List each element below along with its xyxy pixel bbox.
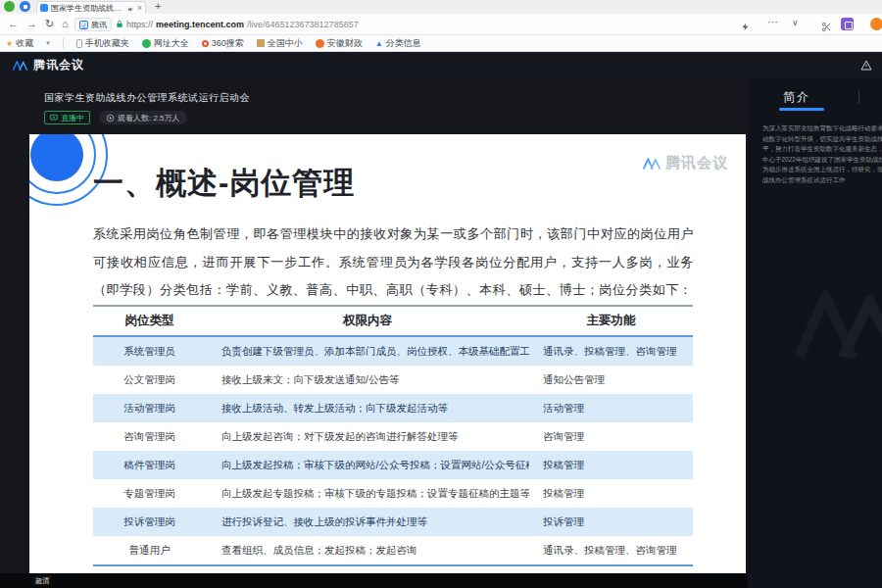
table-row: 咨询管理岗向上级发起咨询；对下级发起的咨询进行解答处理等咨询管理 bbox=[93, 422, 693, 451]
cell-position-type: 咨询管理岗 bbox=[93, 430, 206, 444]
live-status-badge: 直播中 bbox=[44, 111, 90, 124]
browser-shield-icon[interactable] bbox=[20, 1, 30, 12]
cell-permissions: 向上级发起咨询；对下级发起的咨询进行解答处理等 bbox=[206, 430, 529, 444]
video-quality-badge: 超清 bbox=[32, 575, 52, 586]
bookmark-item[interactable]: 网址大全 bbox=[142, 37, 189, 50]
bookmark-label: 分类信息 bbox=[386, 37, 421, 50]
ring-red-icon bbox=[202, 40, 209, 47]
table-row: 投诉管理岗进行投诉登记、接收上级的投诉事件并处理等投诉管理 bbox=[93, 508, 693, 536]
gov-orange-icon bbox=[316, 39, 324, 48]
screen: 国家学生资助战线办公管... × + ← → ↻ ⌂ 证 腾讯 https://… bbox=[0, 0, 882, 588]
tab-favicon-icon bbox=[40, 4, 48, 12]
slide-watermark: 腾讯会议 bbox=[642, 154, 728, 172]
bookmark-item[interactable]: 360搜索 bbox=[202, 37, 244, 50]
home-button[interactable]: ⌂ bbox=[62, 18, 69, 30]
lightning-icon[interactable] bbox=[741, 19, 750, 36]
slide-title: 一、概述-岗位管理 bbox=[93, 164, 355, 203]
url-scheme: https:// bbox=[126, 20, 153, 29]
active-tab-underline bbox=[779, 108, 824, 111]
cell-main-functions: 活动管理 bbox=[529, 402, 693, 416]
meeting-title: 国家学生资助战线办公管理系统试运行启动会 bbox=[44, 91, 250, 105]
cell-main-functions: 通讯录、投稿管理、咨询管理 bbox=[529, 345, 693, 359]
viewers-count: 观看人数: 2.5万人 bbox=[118, 113, 180, 123]
site-badge-label: 腾讯 bbox=[91, 20, 107, 30]
tab-close-icon[interactable]: × bbox=[137, 4, 142, 13]
cell-permissions: 负责创建下级管理员、添加本部门成员、岗位授权、本级基础配置工作等 bbox=[206, 345, 529, 359]
bookmark-item[interactable]: ★收藏 bbox=[6, 37, 33, 50]
tab-intro[interactable]: 简介 bbox=[783, 89, 810, 106]
forward-button[interactable]: → bbox=[26, 18, 37, 30]
meeting-badges: 直播中 观看人数: 2.5万人 bbox=[44, 111, 187, 124]
bookmark-item[interactable]: ▲分类信息 bbox=[375, 37, 421, 50]
browser-logo-icon[interactable] bbox=[4, 1, 15, 12]
brand-name: 腾讯会议 bbox=[33, 57, 84, 74]
play-circle-icon bbox=[106, 114, 115, 122]
cell-main-functions: 通讯录、投稿管理、咨询管理 bbox=[529, 544, 693, 558]
cell-main-functions: 咨询管理 bbox=[529, 430, 693, 444]
warning-icon[interactable] bbox=[860, 57, 872, 74]
browser-toolbar: ← → ↻ ⌂ 证 腾讯 https://meeting.tencent.com… bbox=[0, 14, 882, 35]
triangle-blue-icon: ▲ bbox=[375, 39, 383, 48]
extension-orange-icon[interactable] bbox=[870, 18, 882, 30]
browser-tab-strip: 国家学生资助战线办公管... × + bbox=[0, 0, 882, 14]
reload-button[interactable]: ↻ bbox=[45, 18, 54, 30]
star-icon: ★ bbox=[6, 39, 13, 48]
url-path: /live/6465123673812785857 bbox=[247, 20, 359, 29]
cell-main-functions: 投稿管理 bbox=[529, 487, 693, 501]
live-video-slide[interactable]: 腾讯会议 一、概述-岗位管理 系统采用岗位角色制管理，即各管理模块中的接收对象为… bbox=[29, 134, 746, 573]
cell-position-type: 专题管理岗 bbox=[93, 487, 206, 501]
bookmarks-caret-icon[interactable]: ▾ bbox=[46, 39, 50, 47]
new-tab-button[interactable]: + bbox=[155, 0, 161, 12]
live-label: 直播中 bbox=[61, 113, 84, 123]
lock-icon bbox=[116, 20, 123, 30]
bookmark-item[interactable]: 安徽财政 bbox=[316, 37, 363, 50]
scissors-icon[interactable] bbox=[821, 19, 832, 36]
live-icon bbox=[50, 114, 58, 122]
site-verification-badge[interactable]: 证 腾讯 bbox=[74, 18, 112, 31]
doc-gray-icon bbox=[257, 39, 265, 47]
bookmark-label: 安徽财政 bbox=[327, 37, 363, 50]
table-row: 公文管理岗接收上级来文；向下级发送通知/公告等通知公告管理 bbox=[93, 366, 693, 394]
tencent-meeting-logo[interactable]: 腾讯会议 bbox=[12, 57, 84, 74]
viewers-badge: 观看人数: 2.5万人 bbox=[99, 111, 187, 124]
intro-line: 为深入落实部党组教育数字化战略行动要求， bbox=[762, 123, 882, 134]
url-domain: meeting.tencent.com bbox=[156, 20, 244, 29]
table-header-type: 岗位类型 bbox=[93, 313, 206, 329]
table-header-row: 岗位类型 权限内容 主要功能 bbox=[93, 307, 693, 337]
cell-position-type: 普通用户 bbox=[93, 544, 206, 558]
cell-permissions: 接收上级活动、转发上级活动；向下级发起活动等 bbox=[206, 402, 529, 416]
extension-purple-icon[interactable] bbox=[841, 18, 854, 30]
toolbar-dropdown-icon[interactable]: ∨ bbox=[792, 18, 799, 27]
table-row: 系统管理员负责创建下级管理员、添加本部门成员、岗位授权、本级基础配置工作等通讯录… bbox=[93, 337, 693, 366]
bookmark-label: 手机收藏夹 bbox=[85, 37, 129, 50]
meeting-logo-icon bbox=[642, 156, 662, 171]
tab-title: 国家学生资助战线办公管... bbox=[51, 3, 124, 14]
position-table: 岗位类型 权限内容 主要功能 系统管理员负责创建下级管理员、添加本部门成员、岗位… bbox=[93, 305, 693, 566]
browser-tab[interactable]: 国家学生资助战线办公管... × bbox=[36, 1, 146, 14]
table-row: 稿件管理岗向上级发起投稿；审核下级的网站/公众号投稿；设置网站/公众号征稿主题等… bbox=[93, 451, 693, 479]
address-bar[interactable]: https://meeting.tencent.com/live/6465123… bbox=[116, 18, 359, 31]
slide-paragraph: 系统采用岗位角色制管理，即各管理模块中的接收对象为某一或多个部门时，该部门中对应… bbox=[93, 220, 694, 305]
back-button[interactable]: ← bbox=[8, 18, 19, 30]
table-row: 活动管理岗接收上级活动、转发上级活动；向下级发起活动等活动管理 bbox=[93, 394, 693, 422]
table-header-func: 主要功能 bbox=[529, 313, 693, 329]
bookmark-label: 网址大全 bbox=[154, 37, 189, 50]
bookmark-label: 360搜索 bbox=[212, 37, 244, 50]
table-row: 专题管理岗向上级发起专题投稿；审核下级的专题投稿；设置专题征稿的主题等投稿管理 bbox=[93, 479, 693, 508]
bookmark-item[interactable]: 全国中小 bbox=[257, 37, 303, 50]
cell-main-functions: 投稿管理 bbox=[529, 459, 693, 472]
cell-position-type: 投诉管理岗 bbox=[93, 515, 206, 529]
cell-permissions: 接收上级来文；向下级发送通知/公告等 bbox=[206, 373, 529, 387]
cell-position-type: 活动管理岗 bbox=[93, 402, 206, 416]
bookmarks-separator bbox=[63, 38, 64, 48]
bookmark-item[interactable]: 手机收藏夹 bbox=[76, 37, 129, 50]
watermark-text: 腾讯会议 bbox=[665, 154, 728, 172]
more-menu-icon[interactable]: ⋯ bbox=[767, 16, 778, 28]
cell-permissions: 进行投诉登记、接收上级的投诉事件并处理等 bbox=[206, 515, 529, 529]
bookmark-label: 全国中小 bbox=[268, 37, 303, 50]
table-body: 系统管理员负责创建下级管理员、添加本部门成员、岗位授权、本级基础配置工作等通讯录… bbox=[93, 337, 693, 564]
intro-line: 平，努力打造学生资助数字化服务新生态，全 bbox=[762, 144, 882, 155]
cell-main-functions: 投诉管理 bbox=[529, 515, 693, 529]
site-seal-icon: 证 bbox=[79, 21, 88, 29]
cell-main-functions: 通知公告管理 bbox=[529, 373, 693, 387]
